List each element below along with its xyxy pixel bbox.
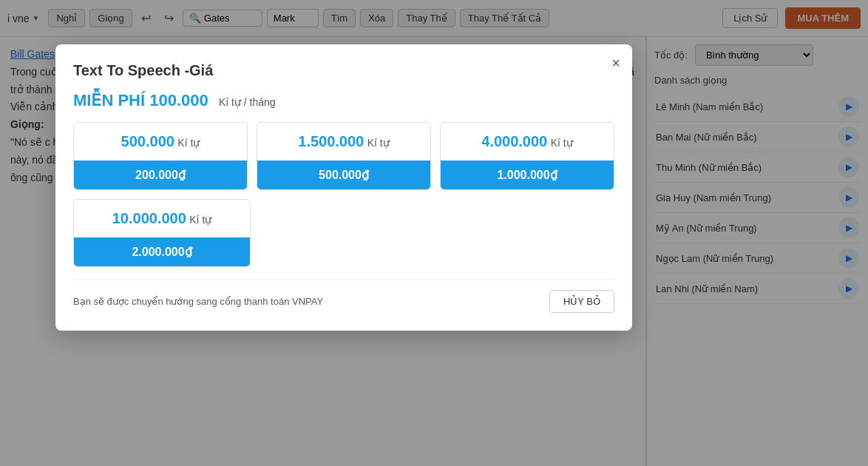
plans-grid-large: 10.000.000 Kí tự 2.000.000₫	[73, 199, 251, 267]
modal-close-button[interactable]: ×	[611, 55, 620, 72]
modal-footer: Bạn sẽ được chuyển hướng sang cổng thanh…	[73, 279, 614, 313]
plan-card-1[interactable]: 500.000 Kí tự 200.000₫	[73, 122, 248, 190]
plan-price: 1.000.000₫	[441, 161, 614, 189]
plan-chars-label: Kí tự	[177, 137, 200, 149]
plan-card-2[interactable]: 1.500.000 Kí tự 500.000₫	[257, 122, 431, 190]
plan-chars-label: Kí tự	[551, 137, 573, 149]
plan-chars: 4.000.000	[481, 133, 547, 149]
plan-price: 500.000₫	[257, 161, 430, 189]
plan-card-top: 10.000.000 Kí tự	[74, 200, 250, 237]
plan-price: 2.000.000₫	[74, 237, 250, 266]
plan-card-top: 1.500.000 Kí tự	[257, 123, 430, 161]
cancel-button[interactable]: HỦY BỎ	[549, 290, 614, 313]
footer-text: Bạn sẽ được chuyển hướng sang cổng thanh…	[73, 296, 323, 307]
plan-card-top: 500.000 Kí tự	[74, 123, 247, 161]
free-banner: MIỄN PHÍ 100.000 Kí tự / tháng	[73, 91, 614, 110]
plan-chars-label: Kí tự	[189, 214, 211, 226]
plan-card-top: 4.000.000 Kí tự	[441, 123, 614, 161]
plan-chars: 500.000	[121, 133, 174, 149]
plan-chars: 10.000.000	[112, 210, 186, 226]
plan-price: 200.000₫	[74, 161, 247, 189]
plan-chars: 1.500.000	[298, 133, 364, 149]
modal-overlay[interactable]: Text To Speech -Giá × MIỄN PHÍ 100.000 K…	[0, 0, 868, 466]
pricing-modal: Text To Speech -Giá × MIỄN PHÍ 100.000 K…	[55, 44, 632, 331]
plans-grid: 500.000 Kí tự 200.000₫ 1.500.000 Kí tự 5…	[73, 122, 614, 190]
plan-card-large[interactable]: 10.000.000 Kí tự 2.000.000₫	[73, 199, 251, 267]
plan-card-3[interactable]: 4.000.000 Kí tự 1.000.000₫	[440, 122, 614, 190]
free-sub: Kí tự / tháng	[219, 96, 276, 108]
modal-title: Text To Speech -Giá	[73, 62, 614, 79]
free-label: MIỄN PHÍ 100.000	[73, 91, 213, 109]
plan-chars-label: Kí tự	[367, 137, 390, 149]
